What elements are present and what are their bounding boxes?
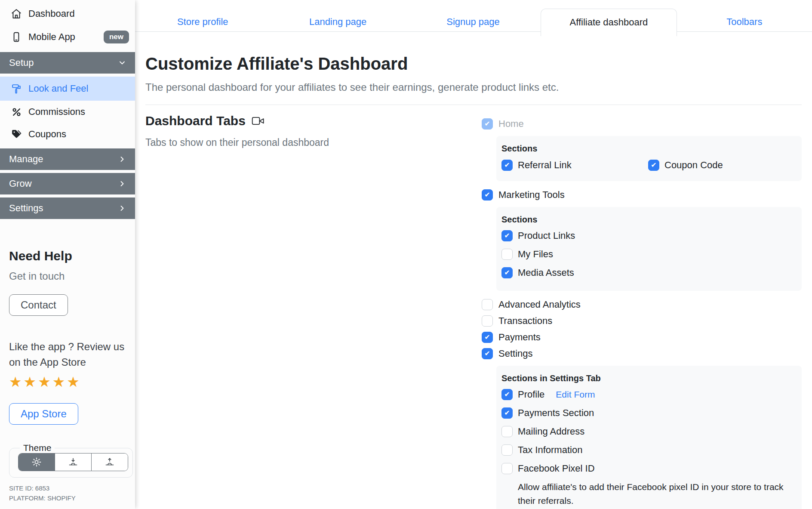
mailing-address-checkbox[interactable]	[501, 426, 513, 437]
section-intro: Dashboard Tabs Tabs to show on their per…	[145, 114, 482, 509]
tab-bar: Store profile Landing page Signup page A…	[135, 0, 812, 36]
theme-legend: Theme	[20, 443, 55, 453]
payments-section-checkbox[interactable]	[501, 407, 513, 419]
dashboard-tabs-tree: Home Sections Referral Link	[482, 114, 802, 509]
need-help-title: Need Help	[9, 249, 126, 263]
section-row-profile: Profile Edit Form	[501, 387, 795, 402]
checkbox-label: Coupon Code	[664, 160, 723, 171]
section-row-my-files: My Files	[501, 247, 795, 262]
checkbox-label: Settings	[498, 348, 533, 359]
edit-form-link[interactable]: Edit Form	[556, 389, 595, 400]
sunrise-icon	[105, 457, 115, 467]
payments-checkbox[interactable]	[482, 332, 493, 343]
marketing-tools-checkbox[interactable]	[482, 189, 493, 201]
settings-sections-box: Sections in Settings Tab Profile Edit Fo…	[496, 366, 802, 509]
percent-icon	[11, 106, 22, 117]
my-files-checkbox[interactable]	[501, 249, 513, 260]
section-row-payments-section: Payments Section	[501, 406, 795, 420]
content-area: Customize Affiliate's Dashboard The pers…	[135, 36, 812, 509]
sidebar-item-dashboard[interactable]: Dashboard	[0, 3, 135, 25]
chevron-right-icon	[118, 204, 126, 213]
checkbox-label: Tax Information	[518, 444, 582, 456]
section-subtitle: Tabs to show on their personal dashboard	[145, 137, 482, 148]
sidebar-item-coupons[interactable]: Coupons	[0, 123, 135, 145]
sidebar-item-label: Mobile App	[28, 31, 75, 43]
tab-row-advanced-analytics: Advanced Analytics	[482, 298, 802, 312]
tag-icon	[11, 129, 22, 140]
site-info: SITE ID: 6853 PLATFORM: SHOPIFY	[9, 484, 76, 503]
checkbox-label: My Files	[518, 249, 553, 260]
coupon-code-checkbox[interactable]	[648, 160, 659, 171]
home-checkbox	[482, 118, 493, 130]
checkbox-label: Facebook Pixel ID	[518, 463, 595, 474]
sidebar: Dashboard Mobile App new Setup Look and …	[0, 0, 135, 509]
sidebar-item-label: Look and Feel	[28, 83, 88, 94]
settings-checkbox[interactable]	[482, 348, 493, 359]
sidebar-section-label: Settings	[9, 203, 43, 214]
main-panel: Store profile Landing page Signup page A…	[135, 0, 812, 509]
smartphone-icon	[11, 31, 22, 43]
sunset-icon	[68, 457, 78, 467]
page-subtitle: The personal dashboard for your affiliat…	[145, 81, 802, 93]
sections-title: Sections	[501, 144, 795, 154]
sidebar-section-label: Grow	[9, 178, 32, 189]
facebook-pixel-note: Allow affiliate's to add their Facebook …	[518, 480, 795, 507]
checkbox-label: Home	[498, 118, 524, 130]
checkbox-label: Advanced Analytics	[498, 299, 581, 310]
sidebar-section-grow[interactable]: Grow	[0, 173, 135, 194]
sections-title: Sections	[501, 215, 795, 225]
sidebar-section-manage[interactable]: Manage	[0, 148, 135, 170]
checkbox-label: Mailing Address	[518, 426, 584, 437]
checkbox-label: Payments	[498, 332, 541, 343]
section-row-coupon-code: Coupon Code	[648, 158, 795, 173]
get-in-touch-text: Get in touch	[9, 270, 126, 282]
video-camera-icon[interactable]	[252, 115, 265, 126]
theme-selector: Theme	[9, 443, 133, 478]
site-id-text: SITE ID: 6853	[9, 484, 76, 494]
theme-segmented-control	[18, 453, 128, 471]
product-links-checkbox[interactable]	[501, 230, 513, 241]
advanced-analytics-checkbox[interactable]	[482, 299, 493, 310]
checkbox-label: Media Assets	[518, 267, 574, 278]
sidebar-item-label: Commissions	[28, 106, 85, 117]
checkbox-label: Payments Section	[518, 407, 594, 419]
sidebar-section-setup[interactable]: Setup	[0, 52, 135, 74]
section-row-facebook-pixel-id: Facebook Pixel ID	[501, 461, 795, 476]
tab-row-home: Home	[482, 117, 802, 131]
tab-row-transactions: Transactions	[482, 314, 802, 328]
referral-link-checkbox[interactable]	[501, 160, 513, 171]
tab-toolbars[interactable]: Toolbars	[677, 0, 812, 28]
theme-light-option[interactable]	[18, 453, 55, 471]
tab-store-profile[interactable]: Store profile	[135, 0, 270, 28]
tax-information-checkbox[interactable]	[501, 444, 513, 456]
profile-checkbox[interactable]	[501, 389, 513, 400]
tab-row-payments: Payments	[482, 330, 802, 344]
app-store-button[interactable]: App Store	[9, 403, 78, 425]
tab-landing-page[interactable]: Landing page	[270, 0, 405, 28]
chevron-right-icon	[118, 155, 126, 163]
tab-row-marketing-tools: Marketing Tools	[482, 188, 802, 202]
contact-button[interactable]: Contact	[9, 294, 68, 316]
page-title: Customize Affiliate's Dashboard	[145, 54, 802, 74]
section-row-tax-information: Tax Information	[501, 443, 795, 457]
media-assets-checkbox[interactable]	[501, 267, 513, 278]
sidebar-item-label: Dashboard	[28, 8, 75, 19]
sidebar-item-mobile-app[interactable]: Mobile App new	[0, 25, 135, 49]
tab-signup-page[interactable]: Signup page	[406, 0, 541, 28]
need-help-panel: Need Help Get in touch Contact Like the …	[0, 222, 135, 478]
sidebar-section-settings[interactable]: Settings	[0, 197, 135, 219]
five-star-rating: ★★★★★	[9, 373, 126, 390]
tab-affiliate-dashboard[interactable]: Affiliate dashboard	[541, 9, 677, 36]
divider	[145, 105, 802, 105]
sidebar-item-commissions[interactable]: Commissions	[0, 101, 135, 123]
theme-sunrise-option[interactable]	[91, 453, 128, 471]
facebook-pixel-id-checkbox[interactable]	[501, 463, 513, 474]
home-sections-box: Sections Referral Link Coupon Code	[496, 136, 802, 181]
theme-sunset-option[interactable]	[55, 453, 91, 471]
review-prompt-text: Like the app ? Review us on the App Stor…	[9, 339, 135, 370]
sections-in-settings-title: Sections in Settings Tab	[501, 373, 795, 383]
transactions-checkbox[interactable]	[482, 315, 493, 327]
chevron-down-icon	[118, 59, 126, 67]
section-title: Dashboard Tabs	[145, 114, 246, 128]
sidebar-item-look-and-feel[interactable]: Look and Feel	[0, 77, 135, 101]
